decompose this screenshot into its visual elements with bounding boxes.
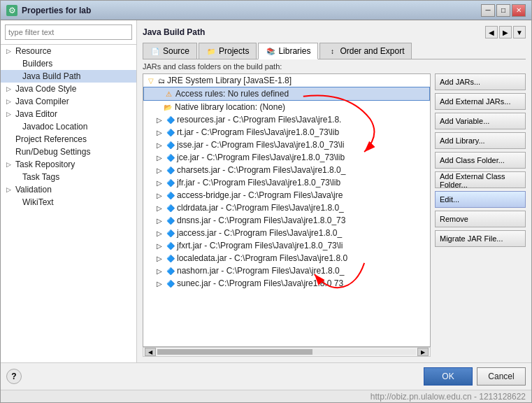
close-button[interactable]: ✕: [512, 4, 526, 17]
sidebar-tree: ▷ Resource Builders Java Build Path ▷ Ja…: [1, 45, 136, 208]
tab-source-label: Source: [163, 46, 189, 56]
scroll-right-btn[interactable]: ▶: [417, 348, 429, 356]
sidebar-item-label: Javadoc Location: [22, 122, 87, 132]
expand-icon: ▷: [154, 178, 164, 188]
filter-input[interactable]: [5, 24, 132, 40]
jce-jar-label: jce.jar - C:\Program Files\Java\jre1.8.0…: [177, 153, 345, 162]
expand-icon: ▷: [6, 111, 13, 118]
sidebar-item-label: Java Code Style: [15, 84, 76, 94]
sunec-jar-label: sunec.jar - C:\Program Files\Java\jre1.8…: [177, 278, 343, 288]
migrate-jar-button[interactable]: Migrate JAR File...: [435, 230, 526, 247]
charsets-jar-label: charsets.jar - C:\Program Files\Java\jre…: [177, 165, 345, 175]
expand-icon: ▷: [6, 48, 13, 55]
horizontal-scrollbar[interactable]: ◀ ▶: [143, 347, 431, 357]
remove-button[interactable]: Remove: [435, 211, 526, 227]
sidebar-item-label: Run/Debug Settings: [15, 147, 90, 157]
main-panel: Java Build Path ◀ ▶ ▼ 📄 Source 📁 Project…: [137, 20, 531, 362]
sidebar-item-run-debug[interactable]: Run/Debug Settings: [1, 146, 136, 158]
tab-order-label: Order and Export: [340, 46, 404, 56]
tree-panel: ▽ 🗂 JRE System Library [JavaSE-1.8] ⚠ Ac…: [143, 73, 431, 347]
scroll-thumb[interactable]: [157, 349, 312, 355]
add-variable-button[interactable]: Add Variable...: [435, 113, 526, 129]
resources-jar-item[interactable]: ▷ 🔷 resources.jar - C:\Program Files\Jav…: [143, 113, 430, 126]
expand-icon: ▷: [6, 186, 13, 193]
jaccess-jar-item[interactable]: ▷ 🔷 jaccess.jar - C:\Program Files\Java\…: [143, 227, 430, 239]
add-jars-button[interactable]: Add JARs...: [435, 73, 526, 90]
tab-projects[interactable]: 📁 Projects: [199, 43, 257, 59]
sidebar-item-java-editor[interactable]: ▷ Java Editor: [1, 108, 136, 120]
jfr-jar-item[interactable]: ▷ 🔷 jfr.jar - C:\Program Files\Java\jre1…: [143, 176, 430, 189]
expand-icon: ▷: [154, 115, 164, 125]
access-bridge-jar-label: access-bridge.jar - C:\Program Files\Jav…: [177, 190, 343, 200]
jfxrt-jar-item[interactable]: ▷ 🔷 jfxrt.jar - C:\Program Files\Java\jr…: [143, 239, 430, 252]
add-class-folder-button[interactable]: Add Class Folder...: [435, 152, 526, 169]
tab-libraries-label: Libraries: [278, 46, 310, 56]
sidebar-item-resource[interactable]: ▷ Resource: [1, 45, 136, 57]
sidebar-item-project-references[interactable]: Project References: [1, 133, 136, 146]
expand-icon: [6, 136, 13, 143]
bottom-right-buttons: OK Cancel: [424, 367, 526, 386]
localedata-jar-item[interactable]: ▷ 🔷 localedata.jar - C:\Program Files\Ja…: [143, 252, 430, 264]
access-rules-item[interactable]: ⚠ Access rules: No rules defined: [143, 87, 430, 101]
jar-tree-container: ▽ 🗂 JRE System Library [JavaSE-1.8] ⚠ Ac…: [143, 73, 431, 357]
cldrdata-jar-item[interactable]: ▷ 🔷 cldrdata.jar - C:\Program Files\Java…: [143, 202, 430, 214]
libraries-tab-icon: 📚: [266, 46, 275, 56]
nav-back-button[interactable]: ◀: [485, 26, 498, 38]
nashorn-jar-label: nashorn.jar - C:\Program Files\Java\jre1…: [177, 266, 344, 276]
sidebar-item-validation[interactable]: ▷ Validation: [1, 183, 136, 196]
tab-source[interactable]: 📄 Source: [143, 43, 197, 59]
expand-icon: ▷: [154, 190, 164, 200]
expand-icon: ▷: [154, 153, 164, 162]
sidebar-item-java-code-style[interactable]: ▷ Java Code Style: [1, 83, 136, 95]
jsse-jar-item[interactable]: ▷ 🔷 jsse.jar - C:\Program Files\Java\jre…: [143, 139, 430, 151]
projects-tab-icon: 📁: [206, 46, 216, 56]
warning-icon: ⚠: [164, 89, 173, 99]
rt-jar-label: rt.jar - C:\Program Files\Java\jre1.8.0_…: [177, 127, 339, 137]
nashorn-jar-item[interactable]: ▷ 🔷 nashorn.jar - C:\Program Files\Java\…: [143, 264, 430, 277]
scroll-left-btn[interactable]: ◀: [145, 348, 156, 356]
expand-icon: ▷: [154, 165, 164, 175]
expand-icon: [13, 123, 20, 130]
sidebar: ▷ Resource Builders Java Build Path ▷ Ja…: [1, 20, 137, 362]
help-button[interactable]: ?: [6, 369, 22, 384]
panel-title-bar: Java Build Path ◀ ▶ ▼: [143, 26, 526, 38]
sidebar-item-builders[interactable]: Builders: [1, 57, 136, 70]
tab-libraries[interactable]: 📚 Libraries: [258, 43, 318, 59]
access-bridge-jar-item[interactable]: ▷ 🔷 access-bridge.jar - C:\Program Files…: [143, 189, 430, 202]
folder-icon: 📂: [163, 102, 173, 112]
sidebar-item-wikitext[interactable]: WikiText: [1, 196, 136, 208]
add-external-class-folder-button[interactable]: Add External Class Folder...: [435, 171, 526, 188]
rt-jar-item[interactable]: ▷ 🔷 rt.jar - C:\Program Files\Java\jre1.…: [143, 126, 430, 139]
scroll-track[interactable]: [157, 349, 416, 355]
sidebar-item-label: Java Editor: [15, 109, 57, 119]
sidebar-item-task-repository[interactable]: ▷ Task Repository: [1, 158, 136, 171]
expand-icon: ▷: [154, 215, 164, 225]
sidebar-item-task-tags[interactable]: Task Tags: [1, 171, 136, 183]
ok-button[interactable]: OK: [424, 367, 473, 386]
add-external-jars-button[interactable]: Add External JARs...: [435, 93, 526, 110]
title-bar: ⚙ Properties for lab ─ □ ✕: [1, 1, 531, 20]
sunec-jar-item[interactable]: ▷ 🔷 sunec.jar - C:\Program Files\Java\jr…: [143, 277, 430, 290]
maximize-button[interactable]: □: [496, 4, 510, 17]
minimize-button[interactable]: ─: [481, 4, 495, 17]
nav-menu-button[interactable]: ▼: [513, 26, 526, 38]
dnsns-jar-item[interactable]: ▷ 🔷 dnsns.jar - C:\Program Files\Java\jr…: [143, 214, 430, 227]
tabs-bar: 📄 Source 📁 Projects 📚 Libraries ↕ Order …: [143, 43, 526, 59]
jsse-jar-label: jsse.jar - C:\Program Files\Java\jre1.8.…: [177, 140, 344, 150]
add-library-button[interactable]: Add Library...: [435, 132, 526, 149]
edit-button[interactable]: Edit...: [435, 191, 526, 208]
jce-jar-item[interactable]: ▷ 🔷 jce.jar - C:\Program Files\Java\jre1…: [143, 151, 430, 164]
tab-order-export[interactable]: ↕ Order and Export: [319, 43, 412, 59]
window-body: ▷ Resource Builders Java Build Path ▷ Ja…: [1, 20, 531, 362]
sidebar-item-java-build-path[interactable]: Java Build Path: [1, 70, 136, 83]
nav-forward-button[interactable]: ▶: [499, 26, 512, 38]
jre-system-library-item[interactable]: ▽ 🗂 JRE System Library [JavaSE-1.8]: [143, 74, 430, 87]
expand-icon: ▷: [154, 241, 164, 250]
sidebar-item-javadoc[interactable]: Javadoc Location: [1, 120, 136, 133]
expand-icon: [13, 73, 20, 80]
sidebar-item-label: Task Repository: [15, 160, 75, 169]
sidebar-item-java-compiler[interactable]: ▷ Java Compiler: [1, 95, 136, 108]
cancel-button[interactable]: Cancel: [477, 367, 526, 386]
charsets-jar-item[interactable]: ▷ 🔷 charsets.jar - C:\Program Files\Java…: [143, 164, 430, 176]
native-library-item[interactable]: 📂 Native library location: (None): [143, 101, 430, 113]
